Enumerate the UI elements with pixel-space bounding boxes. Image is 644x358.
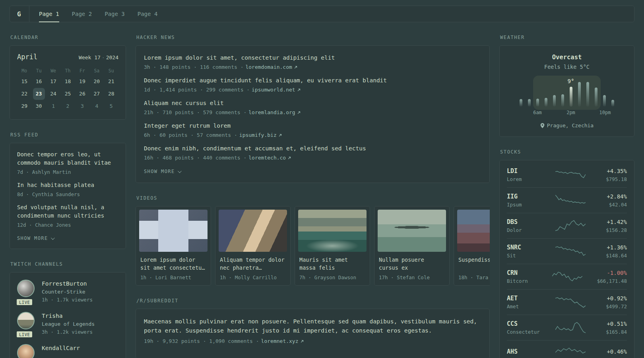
video-card[interactable]: Mauris sit amet massa felis 7h · Grayson… <box>295 206 370 286</box>
calendar-day[interactable]: 18 <box>60 75 75 88</box>
hackernews-list: Lorem ipsum dolor sit amet, consectetur … <box>144 54 481 161</box>
nav-tab[interactable]: Page 2 <box>72 6 92 22</box>
stock-ticker[interactable]: CRN <box>507 269 545 276</box>
app-logo[interactable]: G <box>17 10 29 18</box>
video-thumbnail[interactable] <box>298 210 367 252</box>
video-card[interactable]: Lorem ipsum dolor sit amet consectetu… 1… <box>136 206 211 286</box>
calendar-day[interactable]: 22 <box>17 88 31 100</box>
subreddit-post-title[interactable]: Maecenas mollis pulvinar erat non posuer… <box>144 317 481 335</box>
rss-section-title: RSS FEED <box>10 132 125 138</box>
stock-change: +0.46% <box>607 348 627 355</box>
twitch-channel-name[interactable]: ForrestBurton <box>42 280 93 288</box>
calendar-day[interactable]: 19 <box>75 75 89 88</box>
nav-tab-label: Page 3 <box>105 11 125 17</box>
calendar-day[interactable]: 15 <box>17 75 31 88</box>
video-thumbnail[interactable] <box>457 210 490 252</box>
stock-ticker[interactable]: AHS <box>507 348 545 355</box>
stocks-list: LDI Lorem +4.35% $795.18 IIG Ipsum +2.84… <box>507 162 627 358</box>
hackernews-show-more-button[interactable]: SHOW MORE <box>144 169 180 174</box>
rss-item-title[interactable]: Donec tempor eros leo, ut commodo mauris… <box>17 150 118 167</box>
nav-tab[interactable]: Page 4 <box>138 6 158 22</box>
calendar-weekday: Sa <box>89 66 104 75</box>
hackernews-item-link[interactable]: ipsumify.biz <box>239 132 282 138</box>
twitch-channel-name[interactable]: KendallCarr <box>42 344 80 352</box>
chevron-down-icon <box>178 169 182 173</box>
calendar-day[interactable]: 17 <box>46 75 60 88</box>
hackernews-item-title[interactable]: Donec enim nibh, condimentum et accumsan… <box>144 144 481 153</box>
calendar-weekday: We <box>46 66 60 75</box>
video-card[interactable]: Suspendisse diam 18h · Tara <box>454 206 490 286</box>
hackernews-item-title[interactable]: Aliquam nec cursus elit <box>144 99 481 107</box>
calendar-month: April <box>17 53 37 61</box>
weather-location-row[interactable]: Prague, Czechia <box>508 123 626 128</box>
stock-ticker[interactable]: SNRC <box>507 244 545 251</box>
rss-item-title[interactable]: Sed volutpat nulla nisl, a condimentum n… <box>17 203 118 220</box>
video-thumbnail[interactable] <box>378 210 446 252</box>
stock-values: +0.51% $165.84 <box>606 320 627 335</box>
calendar-day[interactable]: 28 <box>104 88 118 100</box>
hackernews-item-stats: 3h · 148 points · 116 comments · <box>144 64 243 70</box>
rss-item-title[interactable]: In hac habitasse platea <box>17 181 118 189</box>
calendar-day[interactable]: 4 <box>89 100 104 112</box>
stock-ticker[interactable]: DBS <box>507 218 545 226</box>
calendar-day[interactable]: 27 <box>89 88 104 100</box>
stock-ticker[interactable]: IIG <box>507 193 545 200</box>
stock-ticker[interactable]: CCS <box>507 320 545 327</box>
weather-hour-label: 10pm <box>599 110 611 115</box>
avatar-wrap <box>17 344 35 358</box>
temp-bar <box>611 100 614 107</box>
video-title[interactable]: Lorem ipsum dolor sit amet consectetu… <box>140 256 206 272</box>
video-title[interactable]: Suspendisse diam <box>458 256 490 272</box>
calendar-day[interactable]: 20 <box>89 75 104 88</box>
video-title[interactable]: Mauris sit amet massa felis <box>299 256 365 272</box>
subreddit-post-link[interactable]: loremnet.xyz <box>261 338 304 344</box>
calendar-day[interactable]: 30 <box>31 100 46 112</box>
stock-values: +4.35% $795.18 <box>606 167 627 182</box>
rss-show-more-button[interactable]: SHOW MORE <box>17 235 54 241</box>
video-title[interactable]: Nullam posuere cursus ex <box>379 256 445 272</box>
calendar-day[interactable]: 3 <box>75 100 89 112</box>
video-card[interactable]: Nullam posuere cursus ex 17h · Stefan Co… <box>374 206 450 286</box>
hackernews-item-link[interactable]: loremdomain.com <box>245 64 297 70</box>
hackernews-item-title[interactable]: Integer eget rutrum lorem <box>144 122 481 130</box>
twitch-channel-row[interactable]: KendallCarr <box>17 344 118 358</box>
hackernews-item-title[interactable]: Donec imperdiet augue tincidunt felis al… <box>144 76 481 85</box>
stock-info: SNRC Sit <box>507 244 545 259</box>
calendar-weekday: Mo <box>17 66 31 75</box>
stock-ticker[interactable]: LDI <box>507 167 545 175</box>
video-thumbnail[interactable] <box>139 210 208 252</box>
calendar-day[interactable]: 5 <box>104 100 118 112</box>
stock-values: +0.46% <box>607 348 627 357</box>
twitch-channel-row[interactable]: LIVE ForrestBurton Counter-Strike 1h · 1… <box>17 280 118 303</box>
nav-tab[interactable]: Page 1 <box>39 6 59 22</box>
avatar-wrap: LIVE <box>17 280 35 303</box>
weather-section-title: WEATHER <box>500 35 634 40</box>
nav-tab[interactable]: Page 3 <box>105 6 125 22</box>
temp-bar <box>578 82 581 107</box>
calendar-day[interactable]: 25 <box>60 88 75 100</box>
calendar-day[interactable]: 1 <box>46 100 60 112</box>
calendar-day[interactable]: 23 <box>31 88 46 100</box>
hackernews-item-link[interactable]: ipsumworld.net <box>252 86 301 93</box>
hackernews-item-link[interactable]: loremtech.co <box>248 154 291 161</box>
twitch-channel-row[interactable]: LIVE Trisha League of Legends 3h · 1.2k … <box>17 312 118 335</box>
subreddit-post-meta: 19h · 9,932 points · 1,090 comments · lo… <box>144 338 481 344</box>
stock-ticker[interactable]: AET <box>507 295 545 302</box>
video-thumbnail[interactable] <box>219 210 287 252</box>
stock-change: +0.51% <box>606 320 627 327</box>
video-title[interactable]: Aliquam tempor dolor nec pharetra… <box>220 256 286 272</box>
left-column: CALENDAR April Week 17·2024 MoTuWeThFrSa… <box>10 22 126 358</box>
calendar-day[interactable]: 16 <box>31 75 46 88</box>
calendar-day[interactable]: 2 <box>60 100 75 112</box>
temp-bar <box>536 99 539 107</box>
hackernews-item-title[interactable]: Lorem ipsum dolor sit amet, consectetur … <box>144 54 481 62</box>
hackernews-item-link[interactable]: loremlandia.org <box>248 109 301 116</box>
calendar-day[interactable]: 29 <box>17 100 31 112</box>
calendar-day[interactable]: 21 <box>104 75 118 88</box>
calendar-day[interactable]: 24 <box>46 88 60 100</box>
calendar-day[interactable]: 26 <box>75 88 89 100</box>
nav-divider <box>29 6 29 22</box>
video-card[interactable]: Aliquam tempor dolor nec pharetra… 1h · … <box>215 206 291 286</box>
rss-list: Donec tempor eros leo, ut commodo mauris… <box>17 150 118 228</box>
twitch-channel-name[interactable]: Trisha <box>42 312 95 320</box>
